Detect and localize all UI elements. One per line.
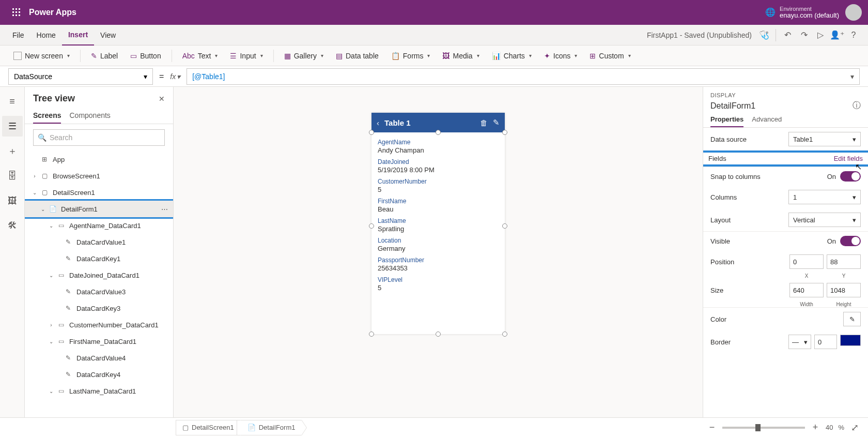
tab-components[interactable]: Components xyxy=(69,108,110,124)
menu-view[interactable]: View xyxy=(94,25,122,46)
tab-screens[interactable]: Screens xyxy=(33,108,61,124)
advanced-tools-icon[interactable]: 🛠 xyxy=(2,215,23,236)
color-picker[interactable]: ✎ xyxy=(843,312,861,326)
text-button[interactable]: AbcText▾ xyxy=(177,50,223,62)
tree-node[interactable]: ⌄▭FirstName_DataCard1 xyxy=(25,333,173,350)
svg-rect-6 xyxy=(12,14,14,16)
edit-icon[interactable]: ✎ xyxy=(493,118,500,127)
edit-fields-link[interactable]: Edit fields xyxy=(834,155,863,162)
share-icon[interactable]: 👤⁺ xyxy=(829,27,845,43)
fx-label[interactable]: fx▾ xyxy=(170,72,180,81)
formula-input[interactable]: [@Table1]▾ xyxy=(187,68,860,85)
resize-handle[interactable] xyxy=(436,331,441,337)
forms-button[interactable]: 📋Forms▾ xyxy=(386,50,436,62)
tree-node-detailscreen[interactable]: ⌄▢DetailScreen1 xyxy=(25,184,173,201)
media-rail-icon[interactable]: 🖽 xyxy=(2,190,23,211)
columns-select[interactable]: 1▾ xyxy=(788,190,861,204)
insert-icon[interactable]: ＋ xyxy=(2,141,23,161)
charts-button[interactable]: 📊Charts▾ xyxy=(487,50,537,62)
info-icon[interactable]: ⓘ xyxy=(853,100,861,111)
tree-node[interactable]: ✎DataCardKey3 xyxy=(25,300,173,317)
resize-handle[interactable] xyxy=(502,331,507,337)
property-selector[interactable]: DataSource▾ xyxy=(8,68,153,85)
resize-handle[interactable] xyxy=(369,130,374,135)
waffle-icon[interactable] xyxy=(6,0,27,25)
layout-select[interactable]: Vertical▾ xyxy=(788,213,861,227)
tree-node[interactable]: ✎DataCardValue4 xyxy=(25,350,173,366)
detail-form[interactable]: AgentNameAndy ChampanDateJoined5/19/2019… xyxy=(371,132,505,334)
tree-node-detailform[interactable]: ⌄📄DetailForm1⋯ xyxy=(25,201,173,217)
datasource-select[interactable]: Table1▾ xyxy=(788,132,861,146)
left-rail: ≡ ☰ ＋ 🗄 🖽 🛠 xyxy=(0,87,25,417)
data-card[interactable]: DateJoined5/19/2019 8:00 PM xyxy=(378,156,499,176)
border-color[interactable] xyxy=(840,335,861,346)
more-icon[interactable]: ⋯ xyxy=(161,205,168,213)
data-card[interactable]: PassportNumber25634353 xyxy=(378,254,499,274)
resize-handle[interactable] xyxy=(502,223,507,229)
datatable-button[interactable]: ▤Data table xyxy=(331,50,384,62)
border-width-input[interactable]: 0 xyxy=(814,335,837,349)
data-card[interactable]: CustomerNumber5 xyxy=(378,176,499,195)
height-input[interactable]: 1048 xyxy=(827,283,861,297)
delete-icon[interactable]: 🗑 xyxy=(480,118,488,127)
button-button[interactable]: ▭Button xyxy=(125,50,166,62)
tree-search[interactable]: 🔍 Search xyxy=(33,129,165,146)
tree-node-browsescreen[interactable]: ›▢BrowseScreen1 xyxy=(25,168,173,184)
menu-home[interactable]: Home xyxy=(30,25,62,46)
tree-node-app[interactable]: ⊞App xyxy=(25,151,173,168)
environment-picker[interactable]: 🌐 Environment enayu.com (default) xyxy=(765,6,839,19)
resize-handle[interactable] xyxy=(502,130,507,135)
data-card[interactable]: LastNameSpratling xyxy=(378,215,499,235)
input-button[interactable]: ☰Input▾ xyxy=(225,50,268,62)
redo-icon[interactable]: ↷ xyxy=(796,27,812,43)
resize-handle[interactable] xyxy=(369,331,374,337)
gallery-button[interactable]: ▦Gallery▾ xyxy=(279,50,329,62)
tree-node[interactable]: ⌄▭DateJoined_DataCard1 xyxy=(25,267,173,283)
tree-node[interactable]: ✎DataCardKey4 xyxy=(25,366,173,383)
tree-node[interactable]: ✎DataCardValue3 xyxy=(25,283,173,300)
data-card[interactable]: AgentNameAndy Champan xyxy=(378,137,499,156)
undo-icon[interactable]: ↶ xyxy=(779,27,796,43)
pos-x-input[interactable]: 0 xyxy=(789,254,824,269)
tree-view-icon[interactable]: ☰ xyxy=(2,116,23,137)
width-input[interactable]: 640 xyxy=(789,283,824,297)
close-icon[interactable]: ✕ xyxy=(159,95,165,103)
icons-button[interactable]: ✦Icons▾ xyxy=(539,50,582,62)
fit-icon[interactable]: ⤢ xyxy=(849,422,860,433)
data-icon[interactable]: 🗄 xyxy=(2,165,23,186)
snap-toggle[interactable] xyxy=(840,171,861,182)
canvas[interactable]: ‹ Table 1 🗑 ✎ AgentNameAndy ChampanDateJ… xyxy=(174,87,703,417)
resize-handle[interactable] xyxy=(436,130,441,135)
new-screen-button[interactable]: New screen▾ xyxy=(8,50,75,62)
custom-button[interactable]: ⊞Custom▾ xyxy=(584,50,636,62)
play-icon[interactable]: ▷ xyxy=(812,27,829,43)
tree-node[interactable]: ✎DataCardKey1 xyxy=(25,250,173,267)
back-icon[interactable]: ‹ xyxy=(377,118,379,127)
border-style[interactable]: — ▾ xyxy=(788,335,811,349)
data-card[interactable]: LocationGermany xyxy=(378,235,499,254)
hamburger-icon[interactable]: ≡ xyxy=(2,91,23,112)
data-card[interactable]: FirstNameBeau xyxy=(378,195,499,215)
tree-node[interactable]: ⌄▭LastName_DataCard1 xyxy=(25,383,173,399)
menu-file[interactable]: File xyxy=(6,25,30,46)
zoom-out-button[interactable]: − xyxy=(707,422,717,433)
crumb-screen[interactable]: ▢DetailScreen1 xyxy=(176,420,241,435)
tab-advanced[interactable]: Advanced xyxy=(752,115,782,127)
label-button[interactable]: ✎Label xyxy=(86,50,123,62)
zoom-in-button[interactable]: + xyxy=(810,422,820,433)
tree-node[interactable]: ⌄▭AgentName_DataCard1 xyxy=(25,217,173,234)
avatar[interactable] xyxy=(845,4,862,21)
data-card[interactable]: VIPLevel5 xyxy=(378,274,499,294)
menu-insert[interactable]: Insert xyxy=(62,25,94,46)
tree-node[interactable]: ✎DataCardValue1 xyxy=(25,234,173,250)
resize-handle[interactable] xyxy=(369,223,374,229)
zoom-slider[interactable] xyxy=(722,427,805,429)
app-checker-icon[interactable]: 🩺 xyxy=(756,27,772,43)
crumb-form[interactable]: 📄DetailForm1 xyxy=(237,420,302,435)
pos-y-input[interactable]: 88 xyxy=(827,254,861,269)
tab-properties[interactable]: Properties xyxy=(710,115,743,127)
help-icon[interactable]: ? xyxy=(845,27,862,43)
media-button[interactable]: 🖼Media▾ xyxy=(437,50,484,62)
tree-node[interactable]: ›▭CustomerNumber_DataCard1 xyxy=(25,317,173,333)
visible-toggle[interactable] xyxy=(840,236,861,246)
